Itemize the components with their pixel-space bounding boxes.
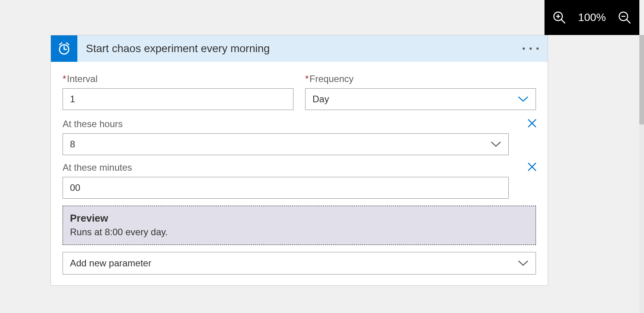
chevron-down-icon (490, 139, 501, 150)
interval-field: *Interval (63, 73, 293, 110)
minutes-label: At these minutes (63, 162, 536, 173)
add-parameter-label: Add new parameter (70, 258, 151, 269)
zoom-in-icon[interactable] (552, 10, 566, 24)
hours-value: 8 (70, 139, 75, 150)
chevron-down-icon (518, 258, 529, 269)
chevron-down-icon (518, 94, 529, 105)
minutes-row: At these minutes (63, 162, 536, 199)
more-menu-icon[interactable]: • • • (522, 44, 540, 54)
hours-row: At these hours 8 (63, 119, 536, 155)
svg-line-5 (627, 19, 630, 23)
zoom-level-label: 100% (578, 11, 606, 24)
preview-text: Runs at 8:00 every day. (70, 227, 529, 238)
zoom-out-icon[interactable] (618, 10, 632, 24)
hours-label: At these hours (63, 119, 536, 129)
add-parameter-select[interactable]: Add new parameter (63, 252, 536, 275)
card-body: *Interval *Frequency Day At these hours (51, 62, 548, 285)
alarm-clock-icon (51, 35, 77, 62)
recurrence-card: Start chaos experiment every morning • •… (51, 35, 548, 286)
remove-hours-button[interactable] (527, 118, 538, 130)
interval-label: *Interval (63, 73, 293, 84)
svg-line-1 (561, 19, 565, 23)
preview-title: Preview (70, 212, 529, 224)
frequency-field: *Frequency Day (305, 73, 536, 110)
preview-panel: Preview Runs at 8:00 every day. (63, 206, 536, 245)
hours-select[interactable]: 8 (63, 133, 509, 155)
frequency-value: Day (312, 94, 329, 105)
scrollbar-track[interactable] (639, 35, 644, 313)
frequency-label: *Frequency (305, 73, 536, 84)
frequency-select[interactable]: Day (305, 88, 536, 110)
card-header[interactable]: Start chaos experiment every morning • •… (51, 35, 548, 62)
scrollbar-thumb[interactable] (639, 35, 644, 124)
zoom-toolbar: 100% (545, 0, 639, 35)
interval-input[interactable] (63, 88, 293, 110)
remove-minutes-button[interactable] (527, 161, 538, 174)
card-title: Start chaos experiment every morning (86, 42, 270, 55)
minutes-input[interactable] (63, 177, 509, 199)
